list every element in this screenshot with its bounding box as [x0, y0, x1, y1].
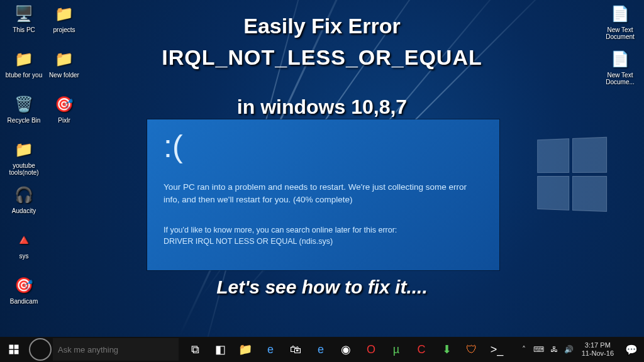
bsod-more-info: If you'd like to know more, you can sear…	[164, 224, 483, 248]
audacity-icon: 🎧	[13, 184, 35, 206]
taskbar-clock[interactable]: 3:17 PM 11-Nov-16	[577, 341, 619, 358]
ie-browser-icon[interactable]: e	[308, 337, 333, 362]
language-icon[interactable]: ⌨	[531, 345, 547, 354]
taskbar-pinned-apps: ⧉◧📁e🛍e◉OµC⬇🛡>_	[182, 337, 509, 362]
edge-browser-icon[interactable]: e	[258, 337, 283, 362]
system-tray: ˄⌨🖧🔊	[516, 345, 577, 354]
sys-icon: 🔺	[13, 229, 35, 251]
search-input[interactable]	[53, 338, 179, 361]
windows-logo	[537, 137, 610, 216]
youtube-tools-note--icon: 📁	[13, 138, 35, 161]
opera-browser-icon[interactable]: O	[358, 337, 384, 362]
action-center-button[interactable]: 💬	[619, 344, 644, 356]
svg-rect-3	[14, 350, 19, 354]
utorrent-icon[interactable]: µ	[384, 337, 409, 362]
desktop-icon[interactable]: 📁youtube tools(note)	[4, 138, 44, 182]
store-icon[interactable]: 🛍	[283, 337, 308, 362]
terminal-icon[interactable]: >_	[484, 337, 509, 362]
start-button[interactable]	[0, 337, 28, 362]
clock-time: 3:17 PM	[582, 341, 614, 349]
cortana-icon[interactable]	[29, 338, 52, 361]
bsod-face-icon: :(	[164, 131, 483, 162]
network-icon[interactable]: 🖧	[547, 345, 562, 354]
volume-icon[interactable]: 🔊	[562, 345, 577, 354]
taskbar: ⧉◧📁e🛍e◉OµC⬇🛡>_ ˄⌨🖧🔊 3:17 PM 11-Nov-16 💬	[0, 337, 644, 362]
bsod-message: Your PC ran into a problem and needs to …	[164, 181, 483, 207]
tray-up-icon[interactable]: ˄	[516, 345, 531, 354]
brave-browser-icon[interactable]: 🛡	[459, 337, 484, 362]
file-explorer-icon[interactable]: 📁	[233, 337, 258, 362]
bsod-more-line2: DRIVER IRQL NOT LESS OR EQUAL (ndis.sys)	[164, 236, 483, 248]
idm-icon[interactable]: ⬇	[434, 337, 459, 362]
software-center-icon[interactable]: ◧	[208, 337, 233, 362]
svg-rect-2	[9, 350, 14, 354]
desktop-icon-label: New folder	[49, 72, 79, 79]
desktop-icon[interactable]: 🎧Audacity	[4, 184, 44, 228]
svg-rect-1	[14, 345, 19, 349]
desktop-icon-label: btube for you	[6, 72, 42, 79]
ccleaner-icon[interactable]: C	[409, 337, 434, 362]
desktop-icon[interactable]: 🔺sys	[4, 229, 44, 273]
bsod-more-line1: If you'd like to know more, you can sear…	[164, 224, 483, 236]
video-title-line4: Let's see how to fix it....	[0, 277, 644, 298]
chrome-browser-icon[interactable]: ◉	[333, 337, 358, 362]
desktop-icon-label: New Text Docume...	[601, 72, 640, 85]
desktop-icon-label: Audacity	[12, 207, 36, 214]
desktop-icon-label: Bandicam	[10, 298, 38, 305]
video-title-line1: Easily Fix Error	[0, 14, 644, 38]
svg-rect-0	[9, 345, 14, 349]
bsod-window: :( Your PC ran into a problem and needs …	[147, 119, 499, 270]
desktop-icon-label: sys	[19, 253, 29, 260]
desktop-icon-label: youtube tools(note)	[4, 162, 43, 176]
task-view-icon[interactable]: ⧉	[182, 337, 208, 362]
video-title-line3: in windows 10,8,7	[0, 96, 644, 119]
video-title-line2: IRQL_NOT_LESS_OR_EQUAL	[0, 45, 644, 70]
clock-date: 11-Nov-16	[582, 349, 614, 358]
